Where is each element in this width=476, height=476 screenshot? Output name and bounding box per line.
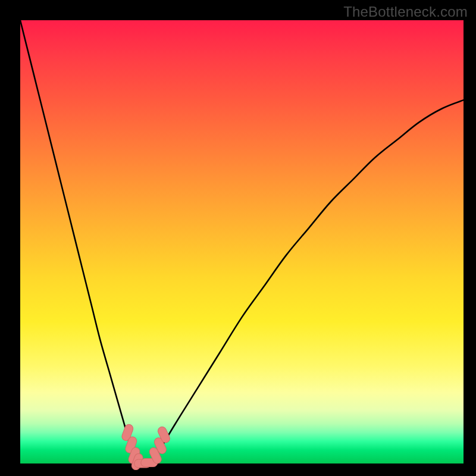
curve-markers (121, 423, 171, 471)
chart-frame: TheBottleneck.com (0, 0, 476, 476)
chart-svg (20, 20, 464, 464)
plot-area (20, 20, 464, 464)
bottleneck-curve (20, 20, 464, 464)
watermark-text: TheBottleneck.com (343, 4, 468, 20)
